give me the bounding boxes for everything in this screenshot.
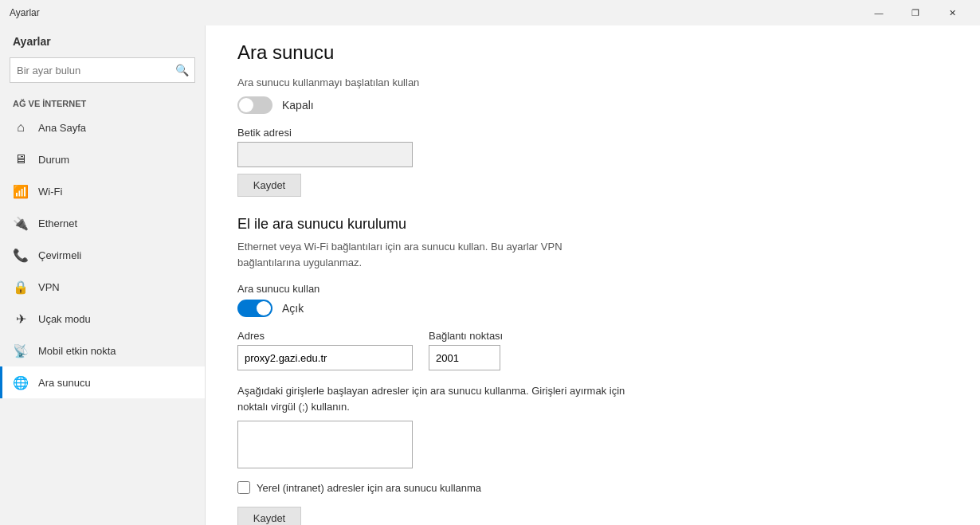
content-area: Ara sunucu Ara sunucu kullanmayı başlatı… [206,25,980,525]
toggle-thumb-on [257,301,271,315]
auto-proxy-toggle-label: Kapalı [282,99,314,112]
sidebar-item-cevirmeli[interactable]: 📞 Çevirmeli [0,239,205,271]
sidebar-item-durum[interactable]: 🖥 Durum [0,143,205,175]
local-bypass-label: Yerel (intranet) adresler için ara sunuc… [257,482,481,494]
manual-setup-desc: Ethernet veya Wi-Fi bağlantıları için ar… [237,239,948,270]
toggle-track-on[interactable] [237,300,272,317]
sidebar-item-label: Wi-Fi [38,186,62,198]
vpn-icon: 🔒 [13,279,29,295]
window-controls: — ❐ ✕ [860,0,970,25]
manual-proxy-toggle-row: Açık [237,300,948,317]
sidebar-item-label: Mobil etkin nokta [38,345,116,357]
manual-desc-line1: Ethernet veya Wi-Fi bağlantıları için ar… [237,241,563,253]
sidebar-item-label: Durum [38,154,69,166]
manual-desc-line2: bağlantılarına uygulanmaz. [237,257,362,268]
search-icon[interactable]: 🔍 [169,57,194,83]
sidebar-item-wifi[interactable]: 📶 Wi-Fi [0,175,205,207]
home-icon: ⌂ [13,119,29,135]
manual-setup-title: El ile ara sunucu kurulumu [237,216,948,233]
wifi-icon: 📶 [13,183,29,199]
manual-proxy-toggle-label: Açık [282,302,304,315]
address-label: Adres [237,330,413,342]
close-button[interactable]: ✕ [934,0,970,25]
address-port-row: Adres Bağlantı noktası [237,330,948,370]
title-bar: Ayarlar — ❐ ✕ [0,0,980,25]
airplane-icon: ✈ [13,311,29,327]
manual-proxy-toggle[interactable] [237,300,272,317]
exceptions-textarea[interactable] [237,421,413,468]
betik-label: Betik adresi [237,127,948,139]
sidebar: Ayarlar 🔍 Ağ ve İnternet ⌂ Ana Sayfa 🖥 D… [0,25,206,525]
sidebar-item-ana-sayfa[interactable]: ⌂ Ana Sayfa [0,112,205,143]
betik-input[interactable] [237,142,413,167]
app-container: Ayarlar 🔍 Ağ ve İnternet ⌂ Ana Sayfa 🖥 D… [0,25,980,525]
auto-proxy-toggle[interactable] [237,96,272,114]
sidebar-item-label: Ara sunucu [38,377,91,389]
address-input[interactable] [237,345,413,370]
port-label: Bağlantı noktası [429,330,503,342]
betik-section: Betik adresi [237,127,948,167]
restore-button[interactable]: ❐ [897,0,934,25]
proxy-icon: 🌐 [13,374,29,390]
address-field: Adres [237,330,413,370]
sidebar-item-label: Ana Sayfa [38,122,86,134]
page-title: Ara sunucu [237,41,948,64]
exceptions-desc-text: Aşağıdaki girişlerle başlayan adresler i… [237,385,625,413]
port-input[interactable] [429,345,500,370]
port-field: Bağlantı noktası [429,330,503,370]
sidebar-item-ethernet[interactable]: 🔌 Ethernet [0,207,205,239]
hotspot-icon: 📡 [13,343,29,358]
local-bypass-checkbox[interactable] [237,481,250,494]
sidebar-item-ucak-modu[interactable]: ✈ Uçak modu [0,303,205,335]
sidebar-header: Ayarlar [0,25,205,54]
sidebar-section-label: Ağ ve İnternet [0,92,205,112]
status-icon: 🖥 [13,151,29,167]
ethernet-icon: 🔌 [13,215,29,231]
use-proxy-label: Ara sunucu kullan [237,283,948,295]
sidebar-item-label: Uçak modu [38,313,91,325]
local-bypass-checkbox-row: Yerel (intranet) adresler için ara sunuc… [237,481,948,494]
app-title: Ayarlar [10,7,40,18]
search-input[interactable] [10,65,169,76]
exceptions-desc: Aşağıdaki girişlerle başlayan adresler i… [237,383,636,414]
sidebar-item-label: VPN [38,281,60,293]
sidebar-search-box[interactable]: 🔍 [10,57,195,83]
sidebar-item-label: Çevirmeli [38,249,81,261]
dial-icon: 📞 [13,247,29,263]
auto-proxy-toggle-row: Kapalı [237,96,948,114]
sidebar-item-vpn[interactable]: 🔒 VPN [0,271,205,303]
sidebar-item-label: Ethernet [38,217,77,229]
save-button-2[interactable]: Kaydet [237,507,301,525]
toggle-track-off[interactable] [237,96,272,114]
sidebar-item-ara-sunucu[interactable]: 🌐 Ara sunucu [0,366,205,398]
auto-setup-subtitle: Ara sunucu kullanmayı başlatılan kullan [237,76,948,88]
minimize-button[interactable]: — [860,0,897,25]
sidebar-item-mobil-etkin-nokta[interactable]: 📡 Mobil etkin nokta [0,335,205,366]
manual-setup-section: El ile ara sunucu kurulumu Ethernet veya… [237,216,948,525]
save-button-1[interactable]: Kaydet [237,174,301,197]
toggle-thumb [239,98,253,112]
